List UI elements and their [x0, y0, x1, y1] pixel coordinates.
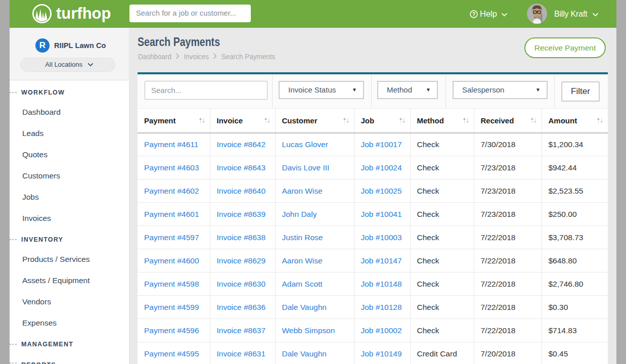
- svg-text:?: ?: [472, 12, 475, 17]
